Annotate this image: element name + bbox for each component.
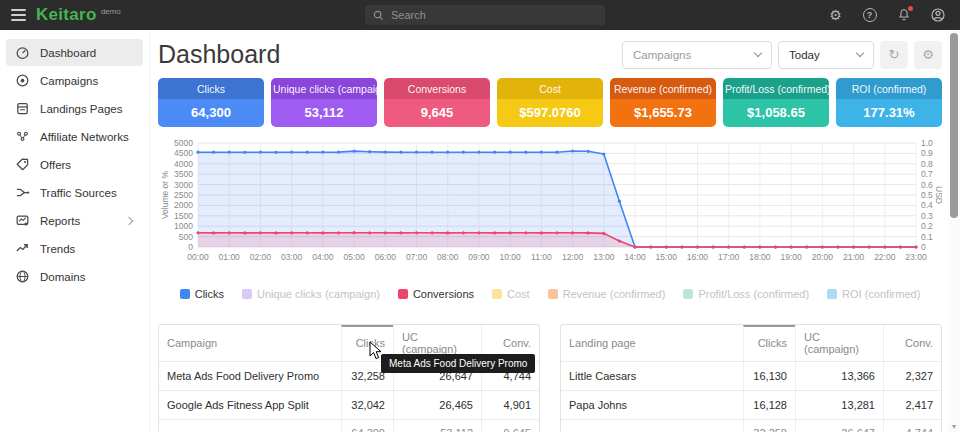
sidebar-item-domains[interactable]: Domains	[6, 263, 143, 290]
target-icon	[15, 73, 30, 88]
row-value: 32,042	[341, 391, 393, 419]
svg-text:2500: 2500	[174, 190, 193, 200]
stat-card-unique-clicks-campaign[interactable]: Unique clicks (campaign)53,112	[271, 78, 377, 127]
legend-swatch	[180, 289, 190, 299]
legend-item-conversions[interactable]: Conversions	[398, 288, 474, 300]
menu-icon[interactable]	[0, 0, 34, 30]
total-value: 64,300	[341, 420, 393, 432]
svg-text:3000: 3000	[174, 180, 193, 190]
sidebar-item-label: Offers	[40, 159, 134, 171]
app-logo[interactable]: Keitaro demo	[36, 1, 121, 29]
gauge-icon	[15, 45, 30, 60]
legend-item-revenue-confirmed[interactable]: Revenue (confirmed)	[548, 288, 666, 300]
svg-text:0: 0	[188, 242, 193, 252]
sidebar-item-traffic-sources[interactable]: Traffic Sources	[6, 179, 143, 206]
column-header-landing-page[interactable]: Landing page	[561, 325, 743, 361]
row-value: 13,366	[795, 362, 883, 390]
gear-icon: ⚙	[922, 47, 934, 62]
legend-item-roi-confirmed[interactable]: ROI (confirmed)	[827, 288, 920, 300]
sidebar-item-trends[interactable]: Trends	[6, 235, 143, 262]
sidebar-item-campaigns[interactable]: Campaigns	[6, 67, 143, 94]
column-header-conv[interactable]: Conv.	[883, 325, 941, 361]
sidebar-item-affiliate-networks[interactable]: Affiliate Networks	[6, 123, 143, 150]
stat-card-roi-confirmed[interactable]: ROI (confirmed)177.31%	[836, 78, 942, 127]
sidebar-item-label: Traffic Sources	[40, 187, 134, 199]
date-range-select[interactable]: Today	[778, 41, 874, 69]
column-header-campaign[interactable]: Campaign	[159, 325, 341, 361]
sidebar: DashboardCampaignsLandings PagesAffiliat…	[0, 30, 150, 432]
legend-label: Revenue (confirmed)	[563, 288, 666, 300]
network-icon	[15, 129, 30, 144]
row-value: 16,128	[743, 391, 795, 419]
table-row[interactable]: Little Caesars16,13013,3662,327	[561, 361, 941, 390]
settings-icon[interactable]: ⚙	[827, 7, 844, 24]
svg-text:14:00: 14:00	[624, 252, 646, 262]
svg-text:20:00: 20:00	[812, 252, 834, 262]
stat-card-profit-loss-confirmed[interactable]: Profit/Loss (confirmed)$1,058.65	[723, 78, 829, 127]
svg-text:21:00: 21:00	[843, 252, 865, 262]
legend-item-unique-clicks-campaign[interactable]: Unique clicks (campaign)	[242, 288, 380, 300]
topbar-icons: ⚙ ?	[827, 0, 946, 30]
svg-text:5000: 5000	[174, 138, 193, 148]
legend-label: Conversions	[413, 288, 474, 300]
column-header-uc-campaign[interactable]: UC (campaign)	[795, 325, 883, 361]
svg-text:23:00: 23:00	[905, 252, 927, 262]
help-glyph: ?	[863, 8, 877, 22]
sidebar-item-reports[interactable]: Reports	[6, 207, 143, 234]
scrollbar-thumb[interactable]	[950, 33, 958, 218]
sidebar-item-offers[interactable]: Offers	[6, 151, 143, 178]
stat-card-label: Profit/Loss (confirmed)	[723, 78, 829, 99]
help-icon[interactable]: ?	[861, 7, 878, 24]
summary-tables-row: CampaignClicksUC (campaign)Conv.Meta Ads…	[158, 324, 942, 432]
total-value: 9,645	[481, 420, 539, 432]
table-totals-row: 32,25826,6474,744	[561, 419, 941, 432]
stat-card-clicks[interactable]: Clicks64,300	[158, 78, 264, 127]
dashboard-settings-button[interactable]: ⚙	[914, 41, 942, 69]
notification-badge	[908, 6, 913, 11]
stat-card-value: 64,300	[158, 99, 264, 127]
split-icon	[15, 185, 30, 200]
row-value: 13,281	[795, 391, 883, 419]
stat-cards-row: Clicks64,300Unique clicks (campaign)53,1…	[158, 78, 942, 127]
traffic-chart[interactable]: 005000.110000.215000.320000.425000.53000…	[158, 135, 942, 285]
sidebar-item-landings-pages[interactable]: Landings Pages	[6, 95, 143, 122]
sidebar-item-dashboard[interactable]: Dashboard	[6, 39, 143, 66]
legend-swatch	[683, 289, 693, 299]
legend-swatch	[492, 289, 502, 299]
account-icon[interactable]	[929, 7, 946, 24]
stat-card-revenue-confirmed[interactable]: Revenue (confirmed)$1,655.73	[610, 78, 716, 127]
table-row[interactable]: Papa Johns16,12813,2812,417	[561, 390, 941, 419]
svg-text:4500: 4500	[174, 148, 193, 158]
stat-card-conversions[interactable]: Conversions9,645	[384, 78, 490, 127]
campaigns-filter-select[interactable]: Campaigns	[622, 41, 772, 69]
legend-label: Clicks	[195, 288, 224, 300]
search-input[interactable]	[391, 9, 597, 21]
column-header-clicks[interactable]: Clicks	[743, 325, 795, 361]
svg-text:01:00: 01:00	[219, 252, 241, 262]
stat-card-value: 177.31%	[836, 99, 942, 127]
table-row[interactable]: Google Ads Fitness App Split32,04226,465…	[159, 390, 539, 419]
totals-spacer	[159, 420, 341, 432]
legend-label: Unique clicks (campaign)	[257, 288, 380, 300]
stat-card-value: 9,645	[384, 99, 490, 127]
svg-text:0.9: 0.9	[921, 148, 933, 158]
legend-item-profit-loss-confirmed[interactable]: Profit/Loss (confirmed)	[683, 288, 809, 300]
main-content: Dashboard Campaigns Today ↻ ⚙ Clicks64,3…	[150, 30, 960, 432]
legend-swatch	[827, 289, 837, 299]
svg-text:1500: 1500	[174, 211, 193, 221]
svg-text:3500: 3500	[174, 169, 193, 179]
total-value: 53,112	[393, 420, 481, 432]
legend-item-clicks[interactable]: Clicks	[180, 288, 224, 300]
svg-text:04:00: 04:00	[312, 252, 334, 262]
search-box[interactable]	[365, 5, 605, 25]
logo-text: Keitaro	[36, 1, 97, 29]
scrollbar-down-arrow[interactable]: ▾	[948, 422, 960, 431]
table-header-row: Landing pageClicksUC (campaign)Conv.	[561, 325, 941, 361]
stat-card-label: ROI (confirmed)	[836, 78, 942, 99]
notifications-icon[interactable]	[895, 7, 912, 24]
legend-item-cost[interactable]: Cost	[492, 288, 530, 300]
svg-text:00:00: 00:00	[187, 252, 209, 262]
stat-card-cost[interactable]: Cost$597.0760	[497, 78, 603, 127]
refresh-button[interactable]: ↻	[880, 41, 908, 69]
svg-text:03:00: 03:00	[281, 252, 303, 262]
